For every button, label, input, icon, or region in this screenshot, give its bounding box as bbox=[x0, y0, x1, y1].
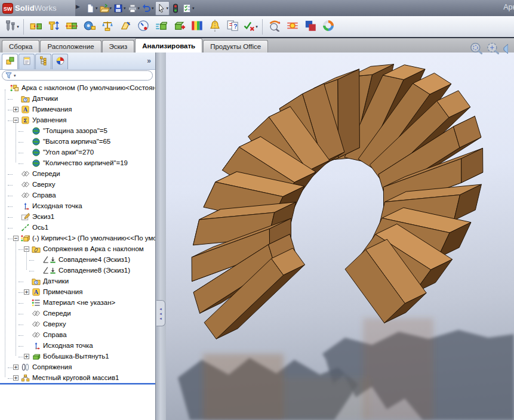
title-bar: SW SolidWorks ▶ ▾▾▾▾▾▾▾ Арк bbox=[0, 0, 514, 17]
tree-item-label: Ось1 bbox=[32, 224, 48, 231]
flow-xpress-button[interactable] bbox=[284, 18, 300, 35]
interference-detection-button[interactable] bbox=[27, 18, 44, 35]
performance-evaluation-button[interactable] bbox=[135, 18, 151, 35]
tree-item[interactable]: "Количество кирпичей"=19 bbox=[0, 158, 155, 169]
assembly-diagnostics-button[interactable] bbox=[171, 18, 187, 35]
measure-button[interactable] bbox=[81, 18, 97, 35]
xpress-products-button[interactable] bbox=[320, 18, 336, 35]
tree-item[interactable]: "Угол арки"=270 bbox=[0, 147, 155, 158]
dropdown-arrow-icon[interactable]: ▾ bbox=[124, 6, 126, 11]
open-folder-button[interactable]: ▾ bbox=[99, 2, 113, 15]
clipped-tool-button[interactable] bbox=[503, 42, 508, 58]
hole-alignment-button[interactable] bbox=[63, 18, 79, 35]
dropdown-arrow-icon[interactable]: ▾ bbox=[256, 24, 258, 29]
tree-item[interactable]: Ось1 bbox=[0, 223, 155, 233]
panel-collapse-handle[interactable]: ◂ ◂ ◂ bbox=[156, 300, 165, 326]
globe-icon bbox=[32, 148, 41, 158]
tree-item[interactable]: −Сопряжения в Арка с наклоном bbox=[0, 244, 155, 255]
tree-item[interactable]: Исходная точка bbox=[0, 341, 155, 351]
bolt-fasteners-button[interactable]: ▾ bbox=[4, 18, 20, 35]
configurationmanager-tab[interactable] bbox=[35, 54, 51, 69]
mass-properties-button[interactable] bbox=[99, 18, 115, 35]
dropdown-arrow-icon[interactable]: ▾ bbox=[17, 24, 19, 29]
print-button[interactable]: ▾ bbox=[127, 2, 141, 15]
filter-input[interactable]: ▾ bbox=[2, 70, 153, 81]
tree-item-label: Эскиз1 bbox=[32, 213, 54, 220]
traffic-light-button[interactable] bbox=[170, 2, 181, 15]
command-tab[interactable]: Эскиз bbox=[102, 40, 135, 52]
tree-item[interactable]: Материал <не указан> bbox=[0, 298, 155, 308]
zoom-area-button[interactable] bbox=[486, 42, 500, 58]
toolbar-separator bbox=[262, 19, 263, 35]
simulation-xpress-button[interactable] bbox=[266, 18, 282, 35]
tree-item[interactable]: Совпадение8 (Эскиз1) bbox=[0, 265, 155, 276]
tree-expander[interactable]: + bbox=[24, 354, 29, 359]
tree-item[interactable]: −(-) Кирпич<1> (По умолчанию<<По умо bbox=[0, 233, 155, 244]
tree-expander[interactable]: + bbox=[13, 107, 19, 112]
tree-expander[interactable]: + bbox=[13, 375, 19, 381]
dropdown-arrow-icon[interactable]: ▾ bbox=[167, 6, 169, 11]
assembly-visualization-button[interactable] bbox=[153, 18, 169, 35]
tree-item-label: Сверху bbox=[32, 181, 55, 188]
command-tab[interactable]: Анализировать bbox=[135, 38, 202, 52]
tree-item[interactable]: "Толщина зазора"=5 bbox=[0, 126, 155, 137]
curvature-display-button[interactable] bbox=[189, 18, 205, 35]
design-checker-button[interactable]: ▾ bbox=[181, 2, 195, 15]
compare-documents-icon: =? bbox=[227, 20, 239, 34]
panel-overflow-chevron[interactable]: » bbox=[147, 57, 151, 65]
tree-item[interactable]: Спереди bbox=[0, 169, 155, 180]
tree-item[interactable]: +AПримечания bbox=[0, 287, 155, 298]
svg-text:A: A bbox=[23, 106, 28, 113]
section-properties-button[interactable] bbox=[117, 18, 133, 35]
dropdown-arrow-icon[interactable]: ▾ bbox=[138, 6, 140, 11]
tree-item[interactable]: +Сопряжения bbox=[0, 362, 155, 373]
tree-expander[interactable]: + bbox=[13, 365, 19, 370]
tree-item[interactable]: Эскиз1 bbox=[0, 212, 155, 223]
tree-item[interactable]: +Бобышка-Вытянуть1 bbox=[0, 351, 155, 362]
dropdown-arrow-icon[interactable]: ▾ bbox=[96, 6, 98, 11]
featuremanager-tab[interactable] bbox=[2, 54, 18, 69]
tree-item[interactable]: Совпадение4 (Эскиз1) bbox=[0, 255, 155, 265]
tree-item[interactable]: Датчики bbox=[0, 276, 155, 287]
menu-expand-arrow[interactable]: ▶ bbox=[76, 4, 80, 10]
compare-documents-button[interactable]: =? bbox=[224, 18, 241, 35]
material-icon bbox=[32, 298, 41, 308]
tree-item[interactable]: "Высота кирпича"=65 bbox=[0, 137, 155, 147]
tree-item[interactable]: +Местный круговой массив1 bbox=[0, 373, 155, 384]
tree-expander[interactable]: + bbox=[24, 289, 29, 295]
dropdown-arrow-icon[interactable]: ▾ bbox=[192, 6, 195, 11]
tree-item[interactable]: −ΣУравнения bbox=[0, 115, 155, 126]
tree-connector bbox=[19, 249, 23, 251]
graphics-viewport[interactable] bbox=[166, 52, 514, 420]
propertymanager-tab[interactable] bbox=[19, 54, 35, 69]
command-tab[interactable]: Сборка bbox=[2, 40, 39, 52]
zoom-fit-button[interactable] bbox=[469, 42, 484, 58]
tree-item[interactable]: Спереди bbox=[0, 308, 155, 319]
command-tab[interactable]: Расположение bbox=[40, 40, 101, 52]
verification-check-button[interactable]: ▾ bbox=[242, 18, 258, 35]
clearance-verification-button[interactable] bbox=[45, 18, 61, 35]
select-cursor-button[interactable]: ▾ bbox=[155, 1, 170, 16]
dropdown-arrow-icon[interactable]: ▾ bbox=[152, 6, 154, 11]
dfm-xpress-button[interactable] bbox=[302, 18, 318, 35]
tree-item[interactable]: Датчики bbox=[0, 94, 155, 104]
tree-item[interactable]: +AПримечания bbox=[0, 104, 155, 115]
displaymanager-tab[interactable] bbox=[52, 54, 68, 69]
symmetry-check-button[interactable] bbox=[207, 18, 223, 35]
tree-item[interactable]: Исходная точка bbox=[0, 201, 155, 212]
tree-item[interactable]: Справа bbox=[0, 190, 155, 201]
collapse-arrow-icon: ◂ bbox=[159, 316, 162, 320]
undo-button[interactable]: ▾ bbox=[141, 2, 155, 15]
dropdown-arrow-icon[interactable]: ▾ bbox=[110, 6, 112, 11]
boss-extrude-icon bbox=[32, 352, 41, 362]
tree-item[interactable]: Сверху bbox=[0, 180, 155, 190]
command-tab[interactable]: Продукты Office bbox=[203, 40, 268, 52]
filter-dropdown-arrow[interactable]: ▾ bbox=[14, 73, 16, 78]
new-document-button[interactable]: ▾ bbox=[85, 2, 99, 15]
tree-item[interactable]: Сверху bbox=[0, 319, 155, 330]
tree-item[interactable]: Справа bbox=[0, 330, 155, 341]
tree-split-bar[interactable] bbox=[0, 383, 155, 385]
save-button[interactable]: ▾ bbox=[113, 2, 127, 15]
panel-divider[interactable]: ◂ ◂ ◂ bbox=[155, 52, 166, 420]
tree-item[interactable]: Арка с наклоном (По умолчанию<Состояни bbox=[0, 83, 155, 94]
